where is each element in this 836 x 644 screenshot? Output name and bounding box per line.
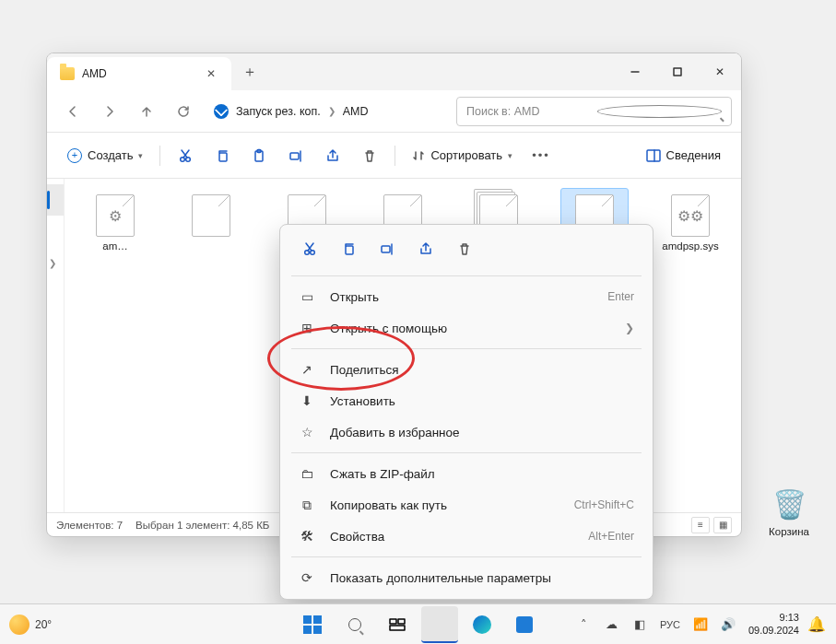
tray-app[interactable]: ◧ <box>627 606 653 643</box>
sidebar-item-downloads[interactable]: ⬇Загрузки📌 <box>47 322 65 354</box>
weather-icon <box>9 615 29 635</box>
file-item[interactable]: ⚙am… <box>81 188 149 260</box>
breadcrumb-current[interactable]: AMD <box>343 105 369 118</box>
menu-item-label: Установить <box>330 394 395 408</box>
new-tab-button[interactable]: ＋ <box>231 53 268 90</box>
windows-icon <box>303 615 322 634</box>
item-count: Элементов: 7 <box>56 520 123 531</box>
svg-rect-13 <box>382 246 390 252</box>
sidebar-item-gallery[interactable]: ▦Галерея <box>47 216 65 247</box>
task-view-button[interactable] <box>379 606 416 643</box>
share-button[interactable] <box>315 140 350 171</box>
onedrive-icon <box>214 104 229 119</box>
onedrive-tray[interactable]: ☁ <box>599 606 625 643</box>
up-button[interactable] <box>130 97 163 126</box>
time: 9:13 <box>748 612 799 624</box>
notifications-button[interactable]: 🔔 <box>807 615 827 635</box>
rename-button[interactable] <box>278 140 313 171</box>
menu-item-open[interactable]: ▭ОткрытьEnter <box>280 281 653 312</box>
command-bar: + Создать ▾ Сортировать ▾ ••• Сведения <box>47 133 741 179</box>
taskbar-pinned <box>294 606 543 643</box>
copy-path-icon: ⧉ <box>299 498 315 513</box>
menu-item-favorite[interactable]: ☆Добавить в избранное <box>280 416 653 448</box>
menu-shortcut: Alt+Enter <box>588 530 634 543</box>
menu-item-label: Добавить в избранное <box>330 426 460 439</box>
volume-icon[interactable]: 🔊 <box>715 606 741 643</box>
breadcrumb-root[interactable]: Запуск рез. коп. <box>236 105 321 118</box>
menu-item-open-with[interactable]: ⊞Открыть с помощью❯ <box>280 312 653 344</box>
refresh-button[interactable] <box>167 97 200 126</box>
menu-item-label: Поделиться <box>330 363 399 377</box>
menu-item-more-options[interactable]: ⟳Показать дополнительные параметры <box>280 562 653 593</box>
details-pane-button[interactable]: Сведения <box>637 140 730 171</box>
back-button[interactable] <box>56 97 89 126</box>
search-icon <box>597 105 723 118</box>
sidebar-item-pictures[interactable]: 🖼Изображения📌 <box>47 385 65 416</box>
tray-overflow[interactable]: ˄ <box>571 606 597 643</box>
menu-item-label: Открыть <box>330 290 379 304</box>
cut-button[interactable] <box>168 140 203 171</box>
search-button[interactable] <box>336 606 373 643</box>
tab-title: AMD <box>82 67 196 80</box>
sidebar-item-amd[interactable]: AMD📌 <box>47 479 65 510</box>
menu-item-compress[interactable]: 🗀Сжать в ZIP-файл <box>280 458 653 489</box>
new-button[interactable]: + Создать ▾ <box>58 140 152 171</box>
search-icon <box>348 618 361 631</box>
svg-rect-1 <box>674 68 681 76</box>
more-button[interactable]: ••• <box>524 140 559 171</box>
selection-info: Выбран 1 элемент: 4,85 КБ <box>135 520 269 531</box>
sidebar-item-onedrive[interactable]: ❯Тест — Личное <box>47 247 65 278</box>
sort-button[interactable]: Сортировать ▾ <box>403 140 522 171</box>
start-button[interactable] <box>294 606 331 643</box>
sidebar-item-documents[interactable]: 📄Документы📌 <box>47 354 65 385</box>
search-box[interactable]: Поиск в: AMD <box>456 97 732 126</box>
network-icon[interactable]: 📶 <box>688 606 713 643</box>
weather-widget[interactable]: 20° <box>9 615 52 635</box>
active-tab[interactable]: AMD ✕ <box>47 57 231 90</box>
language-indicator[interactable]: РУС <box>654 606 686 643</box>
recycle-bin-icon: 🗑️ <box>771 484 807 524</box>
sidebar-item-home[interactable]: ⌂Главная <box>47 184 65 216</box>
tab-close-button[interactable]: ✕ <box>204 66 218 81</box>
svg-rect-15 <box>398 619 405 624</box>
svg-rect-8 <box>647 150 660 161</box>
menu-item-copy-path[interactable]: ⧉Копировать как путьCtrl+Shift+C <box>280 489 653 521</box>
open-icon: ▭ <box>299 289 315 304</box>
context-menu-quick-actions <box>280 230 653 271</box>
menu-item-share[interactable]: ↗Поделиться <box>280 354 653 385</box>
menu-item-install[interactable]: ⬇Установить <box>280 385 653 416</box>
edge-taskbar[interactable] <box>464 606 500 643</box>
close-window-button[interactable]: ✕ <box>699 53 741 90</box>
expand-icon[interactable]: ❯ <box>49 258 56 268</box>
clock[interactable]: 9:13 09.09.2024 <box>743 612 805 636</box>
file-explorer-taskbar[interactable] <box>421 606 458 643</box>
recycle-bin[interactable]: 🗑️ Корзина <box>766 484 812 537</box>
forward-button[interactable] <box>93 97 126 126</box>
menu-item-properties[interactable]: 🛠СвойстваAlt+Enter <box>280 521 653 552</box>
sidebar-item-music[interactable]: ♪Музыка📌 <box>47 416 65 448</box>
chevron-right-icon: ❯ <box>328 106 336 116</box>
rename-action[interactable] <box>374 236 400 262</box>
address-bar[interactable]: Запуск рез. коп. ❯ AMD <box>204 97 453 126</box>
star-icon: ☆ <box>299 425 315 439</box>
details-view-button[interactable]: ≡ <box>691 517 710 533</box>
sidebar-item-desktop[interactable]: 🖥Рабочий стол📌 <box>47 291 65 322</box>
file-item[interactable]: ⚙⚙amdpsp.sys <box>656 188 724 260</box>
share-action[interactable] <box>413 236 439 262</box>
plus-icon: + <box>67 148 82 163</box>
file-item[interactable] <box>177 188 245 260</box>
details-label: Сведения <box>666 148 721 162</box>
icons-view-button[interactable]: ▦ <box>713 517 732 533</box>
maximize-button[interactable] <box>656 53 699 90</box>
paste-button[interactable] <box>241 140 277 171</box>
delete-button[interactable] <box>352 140 387 171</box>
copy-action[interactable] <box>336 236 361 262</box>
minimize-button[interactable] <box>614 53 656 90</box>
store-taskbar[interactable] <box>506 606 543 643</box>
delete-action[interactable] <box>452 236 477 262</box>
system-tray: ˄ ☁ ◧ РУС 📶 🔊 9:13 09.09.2024 🔔 <box>571 606 827 643</box>
sidebar-item-videos[interactable]: ▶Видео📌 <box>47 448 65 479</box>
copy-button[interactable] <box>205 140 240 171</box>
cut-action[interactable] <box>297 236 323 262</box>
window-controls: ✕ <box>614 53 741 90</box>
